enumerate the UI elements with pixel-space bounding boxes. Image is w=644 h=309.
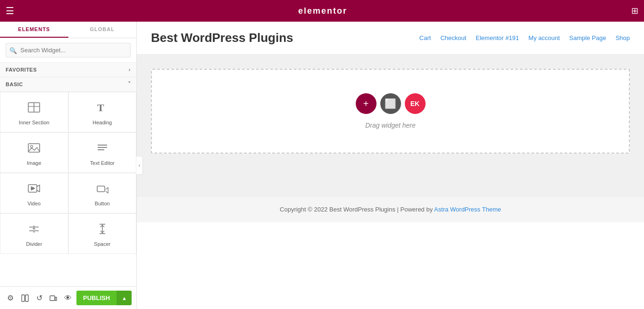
svg-rect-22	[50, 296, 55, 301]
search-icon: 🔍	[9, 47, 17, 54]
widget-label-divider: Divider	[26, 241, 42, 247]
divider-icon	[27, 222, 41, 237]
preview-button[interactable]: 👁	[62, 291, 74, 306]
grid-icon[interactable]: ⊞	[631, 6, 638, 16]
sidebar: ELEMENTS GLOBAL 🔍 FAVORITES › BASIC ˅	[0, 22, 137, 309]
history-button[interactable]: ↺	[33, 291, 45, 306]
hamburger-icon[interactable]: ☰	[6, 5, 14, 16]
canvas-area: + ⬜ EK Drag widget here	[137, 55, 644, 196]
svg-marker-10	[31, 187, 35, 190]
publish-dropdown-button[interactable]: ▲	[117, 291, 132, 305]
top-bar: ☰ elementor ⊞	[0, 0, 644, 22]
widget-button[interactable]: Button	[68, 173, 137, 213]
video-icon	[27, 182, 41, 197]
widget-label-image: Image	[27, 160, 42, 166]
nav-samplepage[interactable]: Sample Page	[569, 34, 606, 41]
search-container: 🔍	[0, 38, 136, 63]
ek-button[interactable]: EK	[405, 93, 426, 114]
site-footer: Copyright © 2022 Best WordPress Plugins …	[137, 196, 644, 222]
svg-rect-23	[55, 297, 57, 301]
widget-label-inner-section: Inner Section	[19, 120, 50, 125]
widget-heading[interactable]: T Heading	[68, 92, 137, 132]
layers-button[interactable]	[19, 291, 30, 306]
bottom-toolbar: ⚙ ↺ 👁 PUBLISH ▲	[0, 286, 136, 309]
text-editor-icon	[96, 141, 109, 156]
widget-list: FAVORITES › BASIC ˅	[0, 63, 136, 286]
sidebar-tabs: ELEMENTS GLOBAL	[0, 22, 136, 38]
tab-global[interactable]: GLOBAL	[68, 22, 137, 38]
preview-area: Best WordPress Plugins Cart Checkout Ele…	[137, 22, 644, 309]
template-library-button[interactable]: ⬜	[380, 93, 401, 114]
site-header: Best WordPress Plugins Cart Checkout Ele…	[137, 22, 644, 55]
image-icon	[27, 141, 41, 156]
heading-icon: T	[96, 101, 109, 116]
tab-elements[interactable]: ELEMENTS	[0, 22, 68, 38]
widget-spacer[interactable]: Spacer	[68, 213, 137, 254]
site-nav: Cart Checkout Elementor #191 My account …	[419, 34, 630, 41]
widget-label-button: Button	[95, 201, 110, 206]
widget-label-spacer: Spacer	[94, 241, 110, 247]
widget-image[interactable]: Image	[0, 132, 68, 173]
nav-shop[interactable]: Shop	[616, 34, 630, 41]
chevron-down-icon: ˅	[128, 81, 131, 88]
elementor-logo: elementor	[298, 6, 347, 16]
nav-elementor191[interactable]: Elementor #191	[476, 34, 519, 41]
button-icon	[96, 182, 109, 197]
section-favorites[interactable]: FAVORITES ›	[0, 63, 136, 77]
svg-rect-4	[28, 144, 40, 152]
svg-rect-21	[25, 295, 28, 301]
drag-hint: Drag widget here	[365, 122, 416, 129]
search-input[interactable]	[6, 43, 131, 57]
footer-link[interactable]: Astra WordPress Theme	[434, 206, 501, 213]
widget-label-video: Video	[27, 201, 41, 206]
spacer-icon	[96, 222, 109, 237]
drop-zone: + ⬜ EK Drag widget here	[151, 69, 630, 154]
nav-cart[interactable]: Cart	[419, 34, 431, 41]
chevron-right-icon: ›	[129, 66, 131, 73]
nav-checkout[interactable]: Checkout	[440, 34, 466, 41]
svg-rect-11	[97, 186, 105, 192]
site-title: Best WordPress Plugins	[151, 31, 293, 45]
svg-point-5	[31, 146, 33, 148]
widget-inner-section[interactable]: Inner Section	[0, 92, 68, 132]
settings-button[interactable]: ⚙	[5, 291, 16, 306]
widget-video[interactable]: Video	[0, 173, 68, 213]
widget-divider[interactable]: Divider	[0, 213, 68, 254]
svg-rect-20	[22, 295, 25, 301]
drop-zone-buttons: + ⬜ EK	[356, 93, 426, 114]
widget-label-text-editor: Text Editor	[90, 160, 115, 166]
add-widget-button[interactable]: +	[356, 93, 376, 114]
nav-myaccount[interactable]: My account	[528, 34, 560, 41]
collapse-sidebar-button[interactable]: ‹	[136, 156, 143, 175]
widget-label-heading: Heading	[92, 120, 112, 125]
widget-grid: Inner Section T Heading	[0, 92, 136, 254]
svg-text:T: T	[97, 102, 104, 114]
section-basic[interactable]: BASIC ˅	[0, 77, 136, 92]
inner-section-icon	[27, 101, 41, 116]
search-wrapper: 🔍	[6, 43, 131, 57]
widget-text-editor[interactable]: Text Editor	[68, 132, 137, 173]
footer-text: Copyright © 2022 Best WordPress Plugins …	[280, 206, 434, 213]
publish-button[interactable]: PUBLISH	[76, 291, 117, 305]
responsive-button[interactable]	[48, 291, 59, 306]
